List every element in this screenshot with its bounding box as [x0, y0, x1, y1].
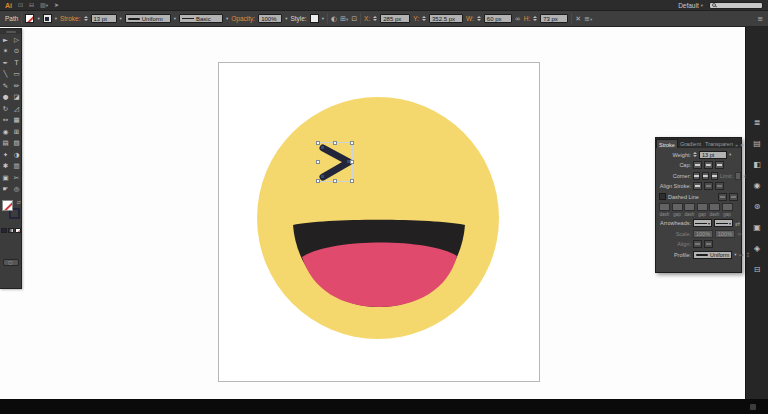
round-join-button[interactable] — [702, 172, 709, 180]
style-swatch[interactable] — [310, 14, 319, 23]
panel-menu-icon[interactable]: ≡ — [740, 142, 744, 148]
arrange-documents-icon[interactable]: ⊟ — [29, 0, 34, 10]
mesh-tool[interactable]: ▤ — [0, 138, 11, 150]
paintbrush-tool[interactable]: ✎ — [0, 80, 11, 92]
rotate-tool[interactable]: ↻ — [0, 103, 11, 115]
round-cap-button[interactable] — [704, 161, 713, 169]
x-field[interactable]: 285 px — [380, 14, 410, 23]
blob-brush-tool[interactable]: ● — [0, 92, 11, 104]
h-stepper[interactable] — [533, 16, 537, 21]
bevel-join-button[interactable] — [711, 172, 718, 180]
none-button[interactable] — [15, 228, 21, 233]
selection-handle[interactable] — [316, 141, 320, 145]
stroke-weight-field[interactable]: 13 pt — [91, 14, 117, 23]
collapse-panel-icon[interactable]: » — [735, 142, 738, 148]
stroke-color-swatch[interactable] — [43, 14, 52, 23]
share-icon[interactable]: ➤ — [54, 0, 59, 10]
tab-stroke[interactable]: Stroke — [656, 139, 678, 148]
graphic-styles-icon[interactable]: ◈ — [749, 242, 765, 254]
tab-transparency[interactable]: Transparen — [703, 139, 735, 148]
align-options-icon[interactable]: ⊞▾ — [340, 15, 348, 23]
chevron-down-icon[interactable]: ▾ — [120, 16, 122, 21]
opacity-link[interactable]: Opacity: — [231, 15, 255, 22]
align-stroke-inside-button[interactable] — [704, 182, 713, 190]
selection-handle[interactable] — [316, 160, 320, 164]
blend-tool[interactable]: ◑ — [11, 149, 22, 161]
line-segment-tool[interactable]: ╲ — [0, 69, 11, 81]
screen-mode-button[interactable]: ▢ — [3, 259, 19, 266]
recolor-artwork-icon[interactable]: ◐ — [331, 15, 337, 23]
profile-select[interactable]: Uniform — [693, 251, 732, 259]
free-transform-tool[interactable]: ▦ — [11, 115, 22, 127]
layers-icon[interactable]: ⊟ — [749, 263, 765, 275]
type-tool[interactable]: T — [11, 57, 22, 69]
system-tray-icon[interactable] — [750, 404, 756, 410]
w-stepper[interactable] — [477, 16, 481, 21]
path-anchor-point[interactable] — [321, 146, 324, 149]
brush-definition-select[interactable]: Basic — [179, 14, 223, 23]
h-field[interactable]: 73 px — [540, 14, 568, 23]
chevron-down-icon[interactable]: ▾ — [729, 152, 731, 157]
symbol-sprayer-tool[interactable]: ✱ — [0, 161, 11, 173]
chevron-down-icon[interactable]: ▾ — [55, 16, 57, 21]
color-guide-icon[interactable]: ▤ — [749, 137, 765, 149]
swap-arrowheads-icon[interactable]: ⇄ — [735, 220, 740, 227]
artboard-tool[interactable]: ▣ — [0, 172, 11, 184]
arrowhead-start-select[interactable]: ▾ — [693, 219, 712, 227]
align-stroke-center-button[interactable] — [693, 182, 702, 190]
stroke-weight-stepper[interactable] — [84, 16, 88, 21]
eyedropper-tool[interactable]: ✦ — [0, 149, 11, 161]
zoom-tool[interactable]: ◎ — [11, 184, 22, 196]
eraser-tool[interactable]: ◪ — [11, 92, 22, 104]
selection-tool[interactable]: ► — [0, 34, 11, 46]
appearance-icon[interactable]: ▣ — [749, 221, 765, 233]
arrowhead-end-select[interactable]: ▾ — [714, 219, 733, 227]
color-icon[interactable]: ≣ — [749, 116, 765, 128]
chevron-down-icon[interactable]: ▾ — [734, 252, 736, 257]
symbols-icon[interactable]: ⊛ — [749, 200, 765, 212]
weight-field[interactable]: 13 pt — [699, 151, 727, 159]
shape-builder-tool[interactable]: ◉ — [0, 126, 11, 138]
chevron-down-icon[interactable]: ▾ — [285, 16, 287, 21]
tab-gradient[interactable]: Gradient — [678, 139, 703, 148]
chevron-down-icon[interactable]: ▾ — [37, 16, 39, 21]
slice-tool[interactable]: ✂ — [11, 172, 22, 184]
path-anchor-point[interactable] — [347, 160, 350, 163]
swap-fill-stroke-icon[interactable]: ⇄ — [17, 199, 21, 205]
dashed-line-checkbox[interactable] — [659, 193, 666, 200]
fill-swatch[interactable] — [2, 200, 13, 211]
chevron-down-icon[interactable]: ▾ — [322, 16, 324, 21]
selection-handle[interactable] — [316, 179, 320, 183]
constrain-proportions-icon[interactable]: ∞ — [515, 15, 521, 23]
pencil-tool[interactable]: ✏ — [11, 80, 22, 92]
selection-handle[interactable] — [333, 141, 337, 145]
direct-selection-tool[interactable]: ▷ — [11, 34, 22, 46]
brushes-icon[interactable]: ◉ — [749, 179, 765, 191]
align-stroke-outside-button[interactable] — [715, 182, 724, 190]
workspace-switcher[interactable]: Default ▾ — [678, 2, 703, 9]
selection-handle[interactable] — [350, 141, 354, 145]
select-similar-icon[interactable]: ≡▾ — [584, 15, 592, 23]
y-stepper[interactable] — [422, 16, 426, 21]
w-field[interactable]: 60 px — [484, 14, 512, 23]
selection-handle[interactable] — [333, 179, 337, 183]
selection-handle[interactable] — [350, 160, 354, 164]
bridge-icon[interactable]: ⊡ — [18, 0, 23, 10]
magic-wand-tool[interactable]: ✶ — [0, 46, 11, 58]
search-input[interactable] — [709, 2, 763, 9]
document-layout-icon[interactable]: ▥▾ — [40, 0, 48, 11]
opacity-field[interactable]: 100% — [258, 14, 282, 23]
selection-handle[interactable] — [350, 179, 354, 183]
swatches-icon[interactable]: ◧ — [749, 158, 765, 170]
lasso-tool[interactable]: ⊙ — [11, 46, 22, 58]
butt-cap-button[interactable] — [693, 161, 702, 169]
width-tool[interactable]: ↔ — [0, 115, 11, 127]
perspective-grid-tool[interactable]: ⊞ — [11, 126, 22, 138]
scale-tool[interactable]: ◿ — [11, 103, 22, 115]
stroke-panel-link[interactable]: Stroke: — [60, 15, 81, 22]
fill-color-swatch[interactable] — [25, 14, 34, 23]
projecting-cap-button[interactable] — [715, 161, 724, 169]
column-graph-tool[interactable]: ▥ — [11, 161, 22, 173]
width-profile-select[interactable]: Uniform — [125, 14, 171, 23]
hand-tool[interactable]: ☛ — [0, 184, 11, 196]
